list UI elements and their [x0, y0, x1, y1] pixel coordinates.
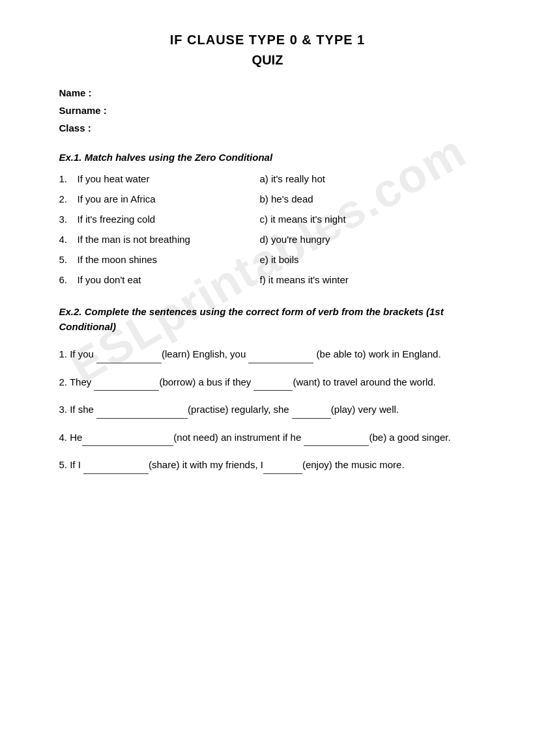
item-right: a) it's really hot — [260, 173, 476, 184]
blank-3a[interactable] — [96, 401, 188, 419]
item-number: 5. — [59, 254, 78, 265]
list-item: 4. If the man is not breathing d) you're… — [59, 234, 476, 245]
list-item: 5. If the moon shines e) it boils — [59, 254, 476, 265]
blank-4b[interactable] — [304, 429, 369, 447]
sentence-part: 5. If I — [59, 459, 84, 470]
sentence-part: (practise) regularly, she — [188, 404, 292, 415]
item-left: If you heat water — [78, 173, 260, 184]
blank-1b[interactable] — [248, 346, 313, 363]
list-item: 1. If you heat water a) it's really hot — [59, 173, 476, 184]
ex2-sentence-4: 4. He (not need) an instrument if he (be… — [59, 429, 476, 447]
item-number: 3. — [59, 214, 78, 225]
blank-2a[interactable] — [94, 374, 159, 391]
class-field: Class : — [59, 122, 476, 133]
item-number: 6. — [59, 274, 78, 285]
blank-5b[interactable] — [263, 456, 302, 474]
sentence-part: 1. If you — [59, 348, 97, 359]
item-right: e) it boils — [260, 254, 476, 265]
blank-4a[interactable] — [82, 429, 173, 447]
blank-5a[interactable] — [83, 456, 149, 474]
item-left: If you don't eat — [78, 274, 260, 285]
content: IF CLAUSE TYPE 0 & TYPE 1 QUIZ Name : Su… — [59, 33, 476, 474]
sentence-part: (be) a good singer. — [369, 432, 450, 443]
list-item: 3. If it's freezing cold c) it means it'… — [59, 214, 476, 225]
item-right: c) it means it's night — [260, 214, 476, 225]
main-title: IF CLAUSE TYPE 0 & TYPE 1 — [59, 33, 476, 48]
list-item: 6. If you don't eat f) it means it's win… — [59, 274, 476, 285]
sentence-part: (not need) an instrument if he — [173, 432, 304, 443]
name-field: Name : — [59, 87, 476, 98]
ex2-sentence-2: 2. They (borrow) a bus if they (want) to… — [59, 374, 476, 391]
item-number: 1. — [59, 173, 78, 184]
ex2-sentence-1: 1. If you (learn) English, you (be able … — [59, 346, 476, 363]
sentence-part: (enjoy) the music more. — [302, 459, 405, 470]
ex2-title: Ex.2. Complete the sentences using the c… — [59, 305, 476, 334]
ex1-list: 1. If you heat water a) it's really hot … — [59, 173, 476, 285]
item-left: If it's freezing cold — [78, 214, 260, 225]
ex2-section: Ex.2. Complete the sentences using the c… — [59, 305, 476, 474]
item-left: If the man is not breathing — [78, 234, 260, 245]
item-left: If you are in Africa — [78, 193, 260, 204]
ex2-sentence-5: 5. If I (share) it with my friends, I (e… — [59, 456, 476, 474]
sentence-part: 2. They — [59, 376, 94, 387]
item-right: d) you're hungry — [260, 234, 476, 245]
sentence-part: 4. He — [59, 432, 83, 443]
ex1-title: Ex.1. Match halves using the Zero Condit… — [59, 152, 476, 163]
list-item: 2. If you are in Africa b) he's dead — [59, 193, 476, 204]
item-number: 2. — [59, 193, 78, 204]
sub-title: QUIZ — [59, 53, 476, 68]
sentence-part: (be able to) work in England. — [313, 348, 441, 359]
sentence-part: (want) to travel around the world. — [293, 376, 435, 387]
blank-2b[interactable] — [253, 374, 293, 391]
sentence-part: (borrow) a bus if they — [159, 376, 253, 387]
item-left: If the moon shines — [78, 254, 260, 265]
sentence-part: (learn) English, you — [162, 348, 248, 359]
blank-3b[interactable] — [292, 401, 331, 419]
ex2-sentence-3: 3. If she (practise) regularly, she (pla… — [59, 401, 476, 419]
blank-1a[interactable] — [96, 346, 162, 363]
sentence-part: 3. If she — [59, 404, 97, 415]
item-right: f) it means it's winter — [260, 274, 476, 285]
page: ESLprintables.com IF CLAUSE TYPE 0 & TYP… — [20, 0, 515, 517]
sentence-part: (play) very well. — [331, 404, 399, 415]
surname-field: Surname : — [59, 105, 476, 116]
sentence-part: (share) it with my friends, I — [149, 459, 263, 470]
item-number: 4. — [59, 234, 78, 245]
item-right: b) he's dead — [260, 193, 476, 204]
